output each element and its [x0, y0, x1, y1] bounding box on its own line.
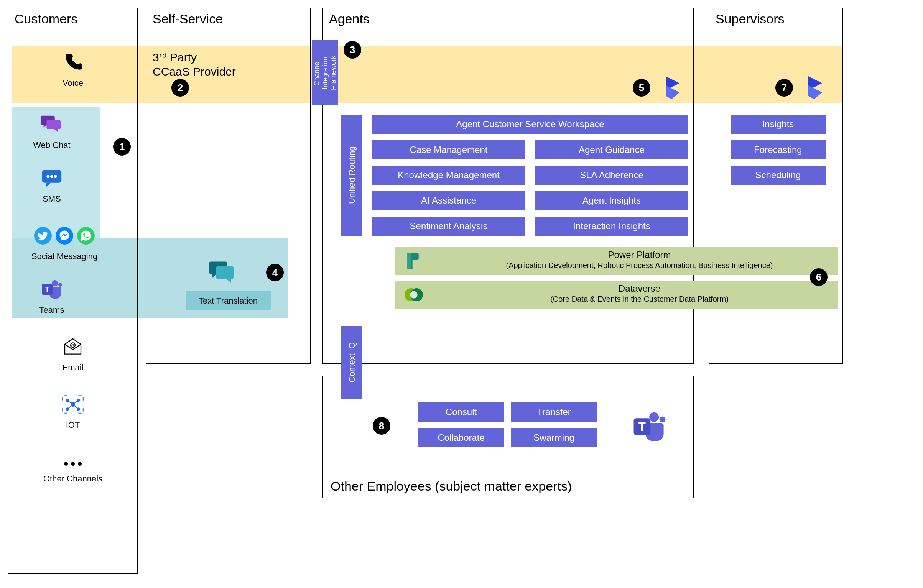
email-icon: @: [31, 333, 115, 360]
social-icons: [18, 222, 110, 249]
teams-icon-other-employees: T: [629, 406, 667, 445]
badge-1: 1: [113, 138, 131, 156]
dynamics-icon-agents: [659, 74, 686, 102]
block-interaction-insights: Interaction Insights: [535, 217, 688, 236]
svg-text:T: T: [638, 420, 646, 434]
badge-3: 3: [344, 41, 361, 59]
svg-point-27: [78, 462, 82, 466]
block-sup-insights: Insights: [731, 115, 826, 134]
svg-text:T: T: [45, 285, 49, 294]
block-dataverse: Dataverse (Core Data & Events in the Cus…: [395, 281, 838, 309]
channel-email: @ Email: [31, 333, 115, 373]
badge-6: 6: [810, 268, 828, 286]
context-iq-block: Context IQ: [341, 326, 362, 399]
teams-icon: T: [13, 276, 90, 303]
block-ai-assist: AI Assistance: [372, 191, 525, 210]
cif-block: ChannelIntegrationFramework: [312, 40, 338, 105]
section-agents: Agents: [322, 8, 694, 364]
ccaas-label-line2: CCaaS Provider: [153, 65, 236, 78]
channel-webchat: Web Chat: [13, 111, 90, 150]
badge-4: 4: [266, 264, 284, 281]
block-sup-scheduling: Scheduling: [731, 166, 826, 185]
channel-social: Social Messaging: [18, 222, 110, 261]
badge-5: 5: [633, 79, 650, 97]
iot-icon: [31, 391, 115, 418]
block-knowledge-mgmt: Knowledge Management: [372, 166, 525, 185]
badge-7: 7: [775, 79, 793, 97]
channel-other: Other Channels: [31, 456, 115, 484]
svg-point-3: [649, 412, 659, 422]
badge-8: 8: [373, 417, 390, 435]
sms-icon: [13, 165, 90, 192]
section-selfservice-title: Self-Service: [153, 11, 223, 26]
svg-point-12: [56, 227, 73, 245]
svg-point-10: [54, 175, 57, 178]
block-collaborate: Collaborate: [418, 428, 504, 447]
block-acsw: Agent Customer Service Workspace: [372, 115, 688, 134]
ccaas-label-line1: 3ʳᵈ Party: [153, 51, 197, 64]
power-platform-icon: [403, 250, 425, 272]
phone-icon: [31, 49, 115, 76]
messenger-icon: [55, 226, 74, 245]
dataverse-icon: [403, 284, 425, 306]
pva-chat-icon: [207, 257, 238, 287]
whatsapp-icon: [76, 226, 95, 245]
svg-point-4: [660, 417, 666, 423]
svg-point-25: [64, 462, 68, 466]
svg-point-2: [410, 291, 417, 298]
channel-sms: SMS: [13, 165, 90, 204]
block-text-translation: Text Translation: [186, 291, 271, 310]
section-supervisors-title: Supervisors: [716, 11, 785, 26]
channel-voice: Voice: [31, 49, 115, 88]
section-supervisors: Supervisors: [709, 8, 843, 364]
badge-2: 2: [171, 79, 189, 97]
unified-routing-block: Unified Routing: [341, 115, 362, 236]
webchat-icon: [13, 111, 90, 138]
dynamics-icon-supervisors: [801, 74, 829, 102]
section-other-employees-title: Other Employees (subject matter experts): [331, 479, 572, 494]
svg-point-26: [71, 462, 75, 466]
svg-text:@: @: [71, 344, 74, 348]
block-agent-insights: Agent Insights: [535, 191, 688, 210]
block-agent-guidance: Agent Guidance: [535, 140, 688, 159]
block-sla: SLA Adherence: [535, 166, 688, 185]
block-sentiment: Sentiment Analysis: [372, 217, 525, 236]
channel-teams: T Teams: [13, 276, 90, 315]
svg-point-15: [58, 283, 62, 287]
svg-point-9: [50, 175, 53, 178]
block-transfer: Transfer: [511, 402, 597, 422]
svg-point-14: [52, 280, 58, 286]
section-customers-title: Customers: [15, 11, 77, 26]
block-power-platform: Power Platform (Application Development,…: [395, 247, 838, 275]
ellipsis-icon: [31, 456, 115, 471]
channel-iot: IOT: [31, 391, 115, 430]
svg-point-8: [46, 175, 49, 178]
block-swarming: Swarming: [511, 428, 597, 447]
block-consult: Consult: [418, 402, 504, 422]
section-agents-title: Agents: [329, 11, 370, 26]
block-sup-forecasting: Forecasting: [731, 140, 826, 159]
block-case-mgmt: Case Management: [372, 140, 525, 159]
twitter-icon: [33, 226, 53, 245]
